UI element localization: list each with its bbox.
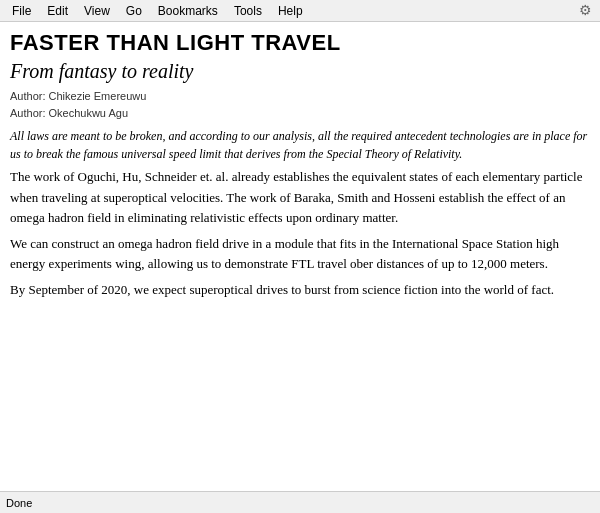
author-line-1: Author: Chikezie Emereuwu [10,88,590,105]
menu-bar: File Edit View Go Bookmarks Tools Help ⚙ [0,0,600,22]
italic-paragraph: All laws are meant to be broken, and acc… [10,127,590,163]
gear-icon[interactable]: ⚙ [575,2,596,19]
status-bar: Done [0,491,600,513]
menu-edit[interactable]: Edit [39,2,76,20]
menu-file[interactable]: File [4,2,39,20]
article-subtitle: From fantasy to reality [10,58,590,84]
menu-help[interactable]: Help [270,2,311,20]
author-line-2: Author: Okechukwu Agu [10,105,590,122]
menu-bookmarks[interactable]: Bookmarks [150,2,226,20]
article-title: FASTER THAN LIGHT TRAVEL [10,30,590,56]
menu-view[interactable]: View [76,2,118,20]
menu-go[interactable]: Go [118,2,150,20]
status-text: Done [6,497,32,509]
body-paragraph-2: We can construct an omega hadron field d… [10,234,590,274]
content-area: FASTER THAN LIGHT TRAVEL From fantasy to… [0,22,600,491]
body-paragraph-3: By September of 2020, we expect superopt… [10,280,590,300]
menu-tools[interactable]: Tools [226,2,270,20]
body-paragraph-1: The work of Oguchi, Hu, Schneider et. al… [10,167,590,227]
